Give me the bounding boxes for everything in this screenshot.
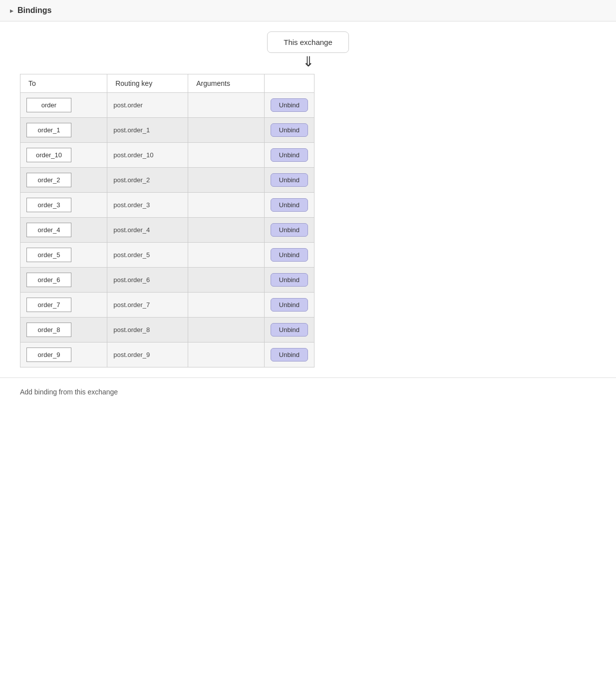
table-row: order_3post.order_3Unbind (20, 193, 314, 218)
unbind-cell: Unbind (264, 218, 314, 243)
unbind-button[interactable]: Unbind (271, 223, 308, 237)
bindings-table: To Routing key Arguments orderpost.order… (20, 74, 314, 367)
queue-name-box: order_6 (26, 273, 71, 287)
arguments-cell (188, 143, 265, 168)
unbind-cell: Unbind (264, 343, 314, 367)
routing-key-cell: post.order_10 (107, 143, 188, 168)
queue-name-box: order_8 (26, 323, 71, 337)
col-header-arguments: Arguments (188, 74, 265, 93)
queue-name-box: order_4 (26, 223, 71, 237)
queue-cell: order_2 (20, 168, 107, 193)
queue-name-box: order_5 (26, 248, 71, 262)
unbind-cell: Unbind (264, 118, 314, 143)
unbind-cell: Unbind (264, 193, 314, 218)
queue-cell: order_3 (20, 193, 107, 218)
unbind-button[interactable]: Unbind (271, 173, 308, 187)
queue-cell: order (20, 93, 107, 118)
routing-key-cell: post.order_7 (107, 293, 188, 318)
unbind-button[interactable]: Unbind (271, 148, 308, 162)
unbind-button[interactable]: Unbind (271, 323, 308, 337)
queue-cell: order_6 (20, 268, 107, 293)
routing-key-cell: post.order_6 (107, 268, 188, 293)
queue-cell: order_7 (20, 293, 107, 318)
queue-cell: order_9 (20, 343, 107, 367)
bindings-content: This exchange ⇓ To Routing key Arguments… (0, 21, 616, 377)
routing-key-cell: post.order (107, 93, 188, 118)
col-header-action (264, 74, 314, 93)
arguments-cell (188, 118, 265, 143)
arguments-cell (188, 218, 265, 243)
col-header-routing-key: Routing key (107, 74, 188, 93)
arguments-cell (188, 193, 265, 218)
table-row: order_5post.order_5Unbind (20, 243, 314, 268)
unbind-cell: Unbind (264, 93, 314, 118)
table-row: order_8post.order_8Unbind (20, 318, 314, 343)
unbind-button[interactable]: Unbind (271, 298, 308, 312)
arguments-cell (188, 268, 265, 293)
arguments-cell (188, 343, 265, 367)
unbind-cell: Unbind (264, 293, 314, 318)
exchange-node-box: This exchange (267, 31, 349, 53)
routing-key-cell: post.order_3 (107, 193, 188, 218)
routing-key-cell: post.order_1 (107, 118, 188, 143)
unbind-cell: Unbind (264, 318, 314, 343)
table-row: order_10post.order_10Unbind (20, 143, 314, 168)
arguments-cell (188, 318, 265, 343)
unbind-button[interactable]: Unbind (271, 248, 308, 262)
add-binding-section: Add binding from this exchange (0, 377, 616, 406)
unbind-cell: Unbind (264, 268, 314, 293)
arguments-cell (188, 243, 265, 268)
arguments-cell (188, 93, 265, 118)
queue-name-box: order (26, 98, 71, 112)
routing-key-cell: post.order_4 (107, 218, 188, 243)
table-row: order_9post.order_9Unbind (20, 343, 314, 367)
exchange-node-label: This exchange (284, 38, 332, 46)
unbind-cell: Unbind (264, 168, 314, 193)
routing-key-cell: post.order_8 (107, 318, 188, 343)
page-container: ▸ Bindings This exchange ⇓ To Routing ke… (0, 0, 616, 697)
unbind-button[interactable]: Unbind (271, 98, 308, 112)
queue-cell: order_8 (20, 318, 107, 343)
bindings-title: Bindings (17, 6, 51, 15)
arrow-down-icon: ⇓ (303, 55, 314, 69)
bindings-collapse-icon[interactable]: ▸ (10, 6, 13, 14)
table-row: orderpost.orderUnbind (20, 93, 314, 118)
table-row: order_7post.order_7Unbind (20, 293, 314, 318)
queue-name-box: order_3 (26, 198, 71, 212)
col-header-to: To (20, 74, 107, 93)
table-row: order_6post.order_6Unbind (20, 268, 314, 293)
arguments-cell (188, 293, 265, 318)
queue-cell: order_5 (20, 243, 107, 268)
queue-name-box: order_1 (26, 123, 71, 137)
queue-name-box: order_7 (26, 298, 71, 312)
exchange-node-container: This exchange ⇓ (20, 31, 596, 69)
unbind-button[interactable]: Unbind (271, 348, 308, 361)
unbind-cell: Unbind (264, 143, 314, 168)
routing-key-cell: post.order_9 (107, 343, 188, 367)
table-row: order_2post.order_2Unbind (20, 168, 314, 193)
routing-key-cell: post.order_5 (107, 243, 188, 268)
routing-key-cell: post.order_2 (107, 168, 188, 193)
table-row: order_1post.order_1Unbind (20, 118, 314, 143)
unbind-button[interactable]: Unbind (271, 123, 308, 137)
add-binding-label: Add binding from this exchange (20, 388, 118, 396)
queue-name-box: order_9 (26, 348, 71, 362)
table-row: order_4post.order_4Unbind (20, 218, 314, 243)
arguments-cell (188, 168, 265, 193)
bindings-header: ▸ Bindings (0, 0, 616, 21)
queue-name-box: order_10 (26, 148, 71, 162)
unbind-cell: Unbind (264, 243, 314, 268)
queue-cell: order_4 (20, 218, 107, 243)
unbind-button[interactable]: Unbind (271, 198, 308, 212)
unbind-button[interactable]: Unbind (271, 273, 308, 287)
queue-name-box: order_2 (26, 173, 71, 187)
queue-cell: order_1 (20, 118, 107, 143)
queue-cell: order_10 (20, 143, 107, 168)
